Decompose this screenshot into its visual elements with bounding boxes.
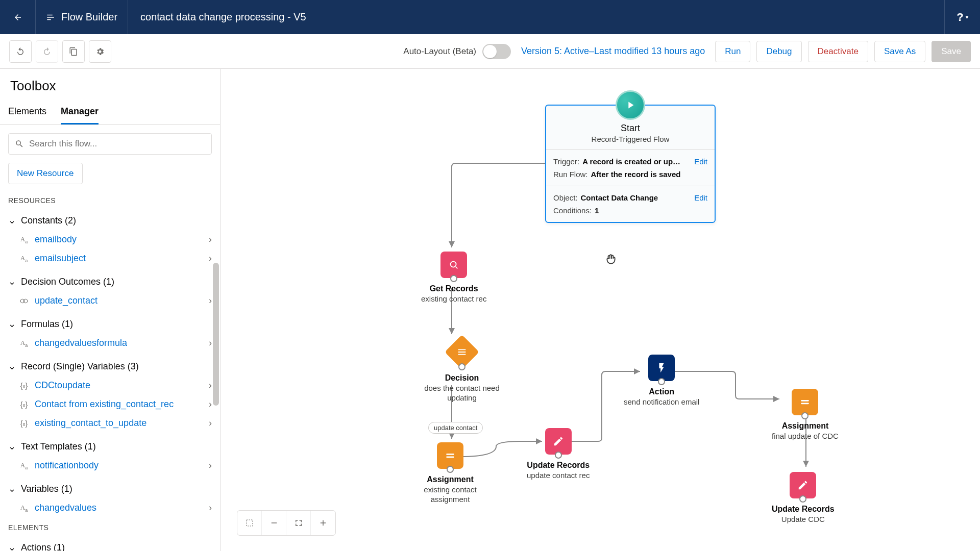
resource-item-label: emailbody: [35, 234, 204, 245]
node-get-records[interactable]: Get Records existing contact rec: [421, 252, 486, 304]
copy-icon: [69, 47, 78, 56]
flow-builder-icon: [46, 13, 55, 22]
start-node[interactable]: Start Record-Triggered Flow Trigger: A r…: [545, 105, 716, 223]
start-play-icon: [616, 90, 645, 120]
zoom-out-button[interactable]: [262, 511, 286, 535]
settings-button[interactable]: [89, 40, 111, 63]
undo-button[interactable]: [9, 40, 32, 63]
resource-group-header[interactable]: ⌄Constants (2): [0, 211, 220, 230]
node-assignment-2[interactable]: Assignment final update of CDC: [772, 389, 839, 441]
chevron-down-icon: ⌄: [8, 215, 16, 226]
group-label: Text Templates (1): [21, 441, 96, 452]
resource-group-header[interactable]: ⌄Formulas (1): [0, 314, 220, 334]
node-title: Assignment: [409, 475, 491, 484]
node-sub: existing contact rec: [421, 294, 486, 304]
node-action[interactable]: Action send notification email: [624, 355, 699, 407]
version-info[interactable]: Version 5: Active–Last modified 13 hours…: [521, 46, 705, 57]
minus-icon: [270, 518, 279, 528]
decision-path-label[interactable]: update contact: [428, 422, 483, 434]
help-button[interactable]: ?▾: [944, 0, 980, 34]
app-title-area: Flow Builder: [36, 0, 128, 34]
resource-item[interactable]: Aaemailsubject›: [0, 249, 220, 268]
duplicate-button[interactable]: [62, 40, 85, 63]
chevron-down-icon: ⌄: [8, 318, 16, 330]
node-sub: does the contact need updating: [421, 384, 503, 403]
back-button[interactable]: [0, 0, 36, 34]
runflow-label: Run Flow:: [553, 170, 588, 179]
search-input[interactable]: [29, 139, 205, 149]
resource-group-header[interactable]: ⌄Decision Outcomes (1): [0, 272, 220, 291]
plus-icon: [318, 518, 328, 528]
builder-toolbar: Auto-Layout (Beta) Version 5: Active–Las…: [0, 34, 980, 69]
deactivate-button[interactable]: Deactivate: [808, 41, 868, 62]
run-button[interactable]: Run: [715, 41, 750, 62]
node-sub: Update CDC: [772, 515, 835, 524]
group-label: Formulas (1): [21, 319, 73, 330]
node-update-records-1[interactable]: Update Records update contact rec: [527, 428, 590, 481]
decision-icon: [447, 337, 477, 367]
resource-group-header[interactable]: ⌄Variables (1): [0, 479, 220, 498]
resource-item[interactable]: {x}existing_contact_to_update›: [0, 414, 220, 433]
resource-item-label: notificationbody: [35, 460, 204, 471]
edit-trigger-link[interactable]: Edit: [694, 157, 707, 166]
node-title: Assignment: [772, 421, 839, 431]
search-field[interactable]: [8, 133, 212, 155]
select-tool-button[interactable]: [237, 511, 262, 535]
chevron-right-icon: ›: [209, 503, 212, 513]
redo-button[interactable]: [36, 40, 58, 63]
edit-object-link[interactable]: Edit: [694, 193, 707, 202]
resource-item[interactable]: {x}CDCtoupdate›: [0, 376, 220, 395]
resource-item[interactable]: Aachangedvaluesformula›: [0, 334, 220, 353]
chevron-down-icon: ⌄: [8, 483, 16, 494]
chevron-right-icon: ›: [209, 253, 212, 264]
group-label: Record (Single) Variables (3): [21, 361, 139, 372]
sidebar-scrollbar[interactable]: [213, 263, 219, 406]
auto-layout-toggle[interactable]: [482, 44, 511, 59]
resource-group-header[interactable]: ⌄Text Templates (1): [0, 437, 220, 456]
chevron-right-icon: ›: [209, 380, 212, 391]
resource-item[interactable]: Aaemailbody›: [0, 230, 220, 249]
start-subtitle: Record-Triggered Flow: [550, 135, 710, 143]
marquee-icon: [245, 518, 254, 528]
resource-groups: ⌄Constants (2)Aaemailbody›Aaemailsubject…: [0, 209, 220, 519]
node-sub: update contact rec: [527, 471, 590, 481]
node-sub: final update of CDC: [772, 432, 839, 441]
save-button: Save: [932, 41, 971, 62]
resource-type-icon: Aa: [18, 461, 30, 470]
save-as-button[interactable]: Save As: [874, 41, 925, 62]
resource-item[interactable]: {x}Contact from existing_contact_rec›: [0, 395, 220, 414]
node-decision[interactable]: Decision does the contact need updating: [421, 337, 503, 403]
resource-type-icon: Aa: [18, 254, 30, 263]
debug-button[interactable]: Debug: [756, 41, 801, 62]
resource-item[interactable]: update_contact›: [0, 291, 220, 310]
node-sub: existing contact assignment: [409, 485, 491, 505]
node-update-records-2[interactable]: Update Records Update CDC: [772, 472, 835, 524]
fit-button[interactable]: [286, 511, 311, 535]
tab-elements[interactable]: Elements: [8, 100, 46, 124]
builder-body: Toolbox Elements Manager New Resource RE…: [0, 69, 980, 551]
resource-item[interactable]: Aachangedvalues›: [0, 498, 220, 517]
resource-item[interactable]: Aanotificationbody›: [0, 456, 220, 475]
help-icon: ?: [957, 11, 963, 24]
resource-group-header[interactable]: ⌄Record (Single) Variables (3): [0, 357, 220, 376]
zoom-in-button[interactable]: [311, 511, 335, 535]
conditions-value: 1: [595, 206, 707, 215]
resource-type-icon: {x}: [18, 400, 30, 409]
new-resource-button[interactable]: New Resource: [8, 163, 83, 184]
flow-canvas[interactable]: Start Record-Triggered Flow Trigger: A r…: [220, 69, 980, 551]
app-header: Flow Builder contact data change process…: [0, 0, 980, 34]
node-assignment-1[interactable]: Assignment existing contact assignment: [409, 442, 491, 505]
chevron-right-icon: ›: [209, 295, 212, 306]
group-label: Actions (1): [21, 542, 65, 552]
group-actions[interactable]: ⌄ Actions (1): [0, 538, 220, 551]
node-sub: send notification email: [624, 397, 699, 407]
resource-item-label: update_contact: [35, 295, 204, 306]
node-title: Action: [624, 387, 699, 396]
grab-cursor-icon: [604, 253, 618, 266]
resource-item-label: changedvaluesformula: [35, 338, 204, 348]
node-title: Update Records: [527, 461, 590, 470]
tab-manager[interactable]: Manager: [61, 100, 99, 124]
resource-type-icon: Aa: [18, 504, 30, 513]
caret-down-icon: ▾: [966, 14, 968, 20]
assignment-icon: [792, 389, 818, 415]
